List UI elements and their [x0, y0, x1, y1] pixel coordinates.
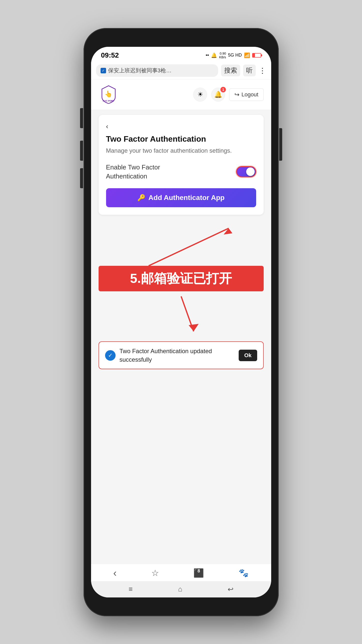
- logout-icon: ↪: [234, 91, 239, 98]
- logout-label: Logout: [241, 91, 258, 98]
- toggle-row: Enable Two Factor Authentication: [106, 163, 256, 181]
- alert-icon: 🔔: [211, 52, 217, 58]
- system-nav: ≡ ⌂ ↩: [91, 581, 271, 597]
- logo-area: 👆 KYC PORT .com: [99, 85, 119, 105]
- logout-button[interactable]: ↪ Logout: [229, 88, 263, 101]
- page-wrapper: 09:52 ▪▪ 🔔 0.90 KB/s 5G HD 📶: [0, 0, 362, 644]
- url-text: 保安上班迟到被同事3枪…: [108, 67, 214, 74]
- battery-icon: [252, 53, 261, 58]
- system-home-button[interactable]: ⌂: [178, 585, 182, 593]
- nav-tabs-button[interactable]: ⬛ 8: [193, 568, 204, 578]
- sim-icon: ▪▪: [206, 53, 209, 58]
- signal-info: 0.90 KB/s: [219, 52, 226, 59]
- tabs-count: 8: [197, 568, 200, 574]
- success-message: Two Factor Authentication updated succes…: [120, 347, 239, 364]
- key-icon: 🔑: [137, 194, 145, 202]
- screen: 09:52 ▪▪ 🔔 0.90 KB/s 5G HD 📶: [91, 47, 271, 597]
- two-factor-card: ‹ Two Factor Authentication Manage your …: [99, 115, 264, 215]
- ok-button[interactable]: Ok: [239, 350, 257, 361]
- toggle-label: Enable Two Factor Authentication: [106, 163, 201, 181]
- step-annotation-label: 5.邮箱验证已打开: [99, 266, 264, 291]
- svg-text:👆: 👆: [105, 90, 113, 98]
- add-auth-label: Add Authenticator App: [148, 194, 224, 202]
- nav-back-button[interactable]: ‹: [113, 567, 117, 579]
- phone-shell: 09:52 ▪▪ 🔔 0.90 KB/s 5G HD 📶: [84, 28, 279, 616]
- status-icons: ▪▪ 🔔 0.90 KB/s 5G HD 📶: [206, 52, 261, 59]
- notification-badge: 1: [220, 87, 226, 92]
- add-authenticator-button[interactable]: 🔑 Add Authenticator App: [106, 188, 256, 207]
- app-content: 👆 KYC PORT .com ☀ 🔔 1: [91, 80, 271, 564]
- app-header: 👆 KYC PORT .com ☀ 🔔 1: [91, 80, 271, 110]
- system-menu-button[interactable]: ≡: [129, 585, 133, 593]
- notification-button[interactable]: 🔔 1: [211, 88, 225, 102]
- success-left: ✓ Two Factor Authentication updated succ…: [105, 347, 239, 364]
- network-type: 5G HD: [228, 53, 242, 58]
- bottom-nav: ‹ ☆ ⬛ 8 🐾: [91, 564, 271, 581]
- svg-marker-4: [224, 228, 232, 235]
- nav-more-button[interactable]: 🐾: [239, 568, 249, 578]
- security-shield-icon: ✓: [101, 68, 106, 73]
- toggle-knob: [246, 167, 255, 176]
- two-factor-toggle[interactable]: [236, 166, 256, 177]
- browser-menu-button[interactable]: ⋮: [259, 66, 266, 75]
- annotation-arrow-up: [99, 221, 264, 271]
- back-button[interactable]: ‹: [106, 122, 108, 130]
- kyc-port-logo: 👆 KYC PORT .com: [99, 85, 119, 105]
- header-actions: ☀ 🔔 1 ↪ Logout: [193, 88, 263, 102]
- check-circle-icon: ✓: [105, 350, 116, 361]
- svg-line-3: [149, 228, 229, 266]
- nav-favorites-button[interactable]: ☆: [151, 568, 159, 578]
- sun-icon: ☀: [197, 91, 203, 98]
- checkmark-icon: ✓: [108, 352, 113, 359]
- url-bar[interactable]: ✓ 保安上班迟到被同事3枪…: [96, 64, 218, 77]
- annotation-section: 5.邮箱验证已打开 ✓ Two Factor Authentication up…: [99, 221, 264, 369]
- system-back-button[interactable]: ↩: [228, 585, 233, 593]
- search-button[interactable]: 搜索: [221, 65, 240, 76]
- annotation-arrow-down: [99, 294, 264, 339]
- bell-icon: 🔔: [214, 91, 222, 98]
- listen-button[interactable]: 听: [243, 65, 256, 76]
- svg-marker-6: [189, 324, 199, 331]
- success-notification: ✓ Two Factor Authentication updated succ…: [99, 341, 264, 369]
- card-description: Manage your two factor authentication se…: [106, 146, 256, 155]
- status-bar: 09:52 ▪▪ 🔔 0.90 KB/s 5G HD 📶: [91, 47, 271, 62]
- browser-bar: ✓ 保安上班迟到被同事3枪… 搜索 听 ⋮: [91, 62, 271, 80]
- svg-text:.com: .com: [107, 102, 110, 104]
- svg-text:KYC PORT: KYC PORT: [103, 99, 114, 102]
- wifi-icon: 📶: [244, 52, 250, 58]
- card-title: Two Factor Authentication: [106, 134, 256, 144]
- status-time: 09:52: [101, 51, 119, 59]
- theme-toggle-button[interactable]: ☀: [193, 88, 207, 102]
